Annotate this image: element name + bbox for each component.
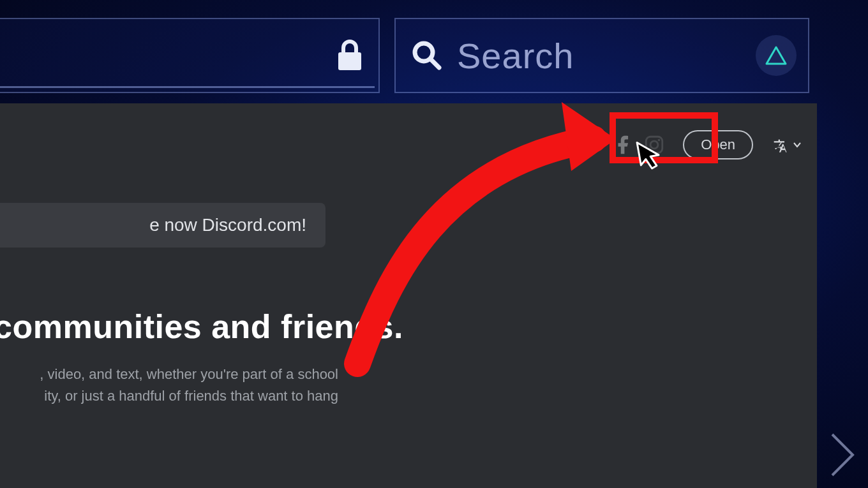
announcement-banner: e now Discord.com! (0, 203, 326, 248)
svg-rect-0 (338, 52, 361, 70)
svg-point-5 (650, 141, 658, 149)
sub-line-2: ity, or just a handful of friends that w… (44, 388, 338, 404)
svg-rect-4 (646, 137, 662, 153)
search-icon (410, 38, 444, 73)
facebook-icon[interactable] (613, 134, 634, 156)
svg-point-6 (658, 139, 661, 142)
search-bar[interactable]: Search (394, 18, 809, 93)
twitter-icon[interactable] (582, 134, 604, 156)
sub-line-1: , video, and text, whether you're part o… (40, 366, 338, 382)
triangle-button[interactable] (756, 35, 797, 76)
search-placeholder: Search (457, 35, 574, 77)
banner-text: e now Discord.com! (149, 215, 306, 235)
chevron-down-icon (793, 140, 802, 149)
address-bar[interactable] (0, 18, 380, 93)
chevron-right-icon[interactable] (825, 429, 860, 480)
social-icons (582, 134, 665, 156)
svg-marker-3 (767, 47, 786, 64)
svg-line-2 (431, 59, 439, 68)
page-header: Open (0, 130, 802, 159)
hero-subtext: , video, and text, whether you're part o… (0, 364, 338, 407)
lock-icon (335, 38, 364, 73)
open-button[interactable]: Open (683, 130, 753, 159)
webpage-content: Open e now Discord.com! communities and … (0, 103, 817, 488)
translate-icon (771, 136, 789, 154)
language-switch[interactable] (771, 136, 802, 154)
instagram-icon[interactable] (643, 134, 665, 156)
address-underline (0, 86, 375, 88)
hero-heading: communities and friends. (0, 307, 403, 346)
